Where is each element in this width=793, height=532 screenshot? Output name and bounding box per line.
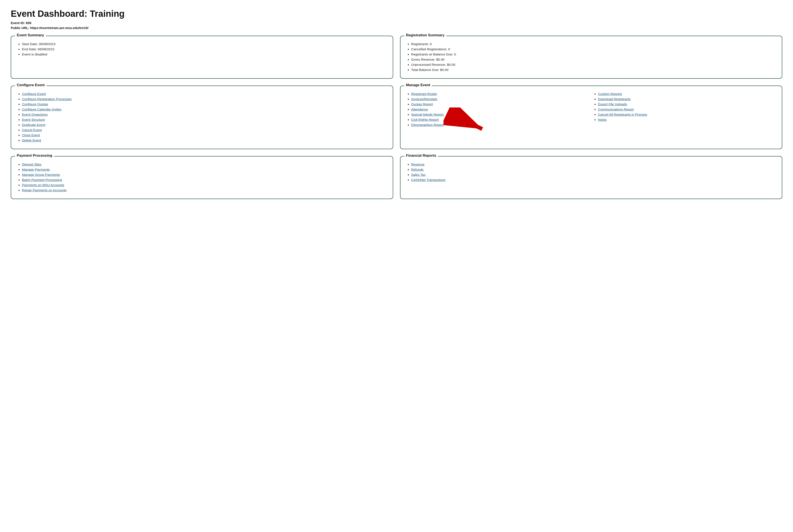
configure-event-link[interactable]: Duplicate Event [22,123,45,127]
list-item: Demographics Report [411,123,589,127]
payment-processing-link[interactable]: Batch Payment Processing [22,178,62,182]
payment-processing-link[interactable]: Repair Payments on Accounts [22,188,67,192]
list-item: Cancelled Registrations: 0 [411,47,776,51]
configure-event-link[interactable]: Configure Quotas [22,102,48,106]
configure-event-link[interactable]: Delete Event [22,138,41,142]
registration-summary-title: Registration Summary [404,33,446,37]
list-item: Revenue [411,163,776,166]
list-item: Configure Quotas [22,102,387,106]
registration-summary-card: Registration Summary Registrants: 0Cance… [400,36,782,79]
list-item: Registrant Roster [411,92,589,96]
configure-event-list: Configure EventConfigure Registration Pr… [17,92,387,142]
list-item: Special Needs Report [411,113,589,116]
configure-event-link[interactable]: Configure Event [22,92,46,96]
financial-reports-card: Financial Reports RevenueRefundsSales Ta… [400,156,782,199]
page-title: Event Dashboard: Training [11,8,782,19]
registration-summary-list: Registrants: 0Cancelled Registrations: 0… [406,42,776,72]
manage-event-link[interactable]: Attendance [411,108,428,111]
manage-event-link[interactable]: Registrant Roster [411,92,437,96]
list-item: Gross Revenue: $0.00 [411,58,776,61]
list-item: Civil Rights Report [411,118,589,122]
list-item: Configure Registration Processes [22,97,387,101]
list-item: Delete Event [22,138,387,142]
list-item: Manage Group Payments [22,173,387,177]
event-summary-card: Event Summary Start Date: 06/08/2015End … [11,36,393,79]
manage-event-link[interactable]: Custom Reports [598,92,622,96]
list-item: Registrants w/ Balance Due: 0 [411,53,776,56]
manage-event-card: Manage Event Registrant RosterInvoices/R… [400,86,782,149]
manage-event-link[interactable]: Civil Rights Report [411,118,439,121]
payment-processing-list: Deposit SlipsManage PaymentsManage Group… [17,163,387,192]
event-summary-list: Start Date: 06/08/2015End Date: 06/08/20… [17,42,387,56]
list-item: Close Event [22,133,387,137]
configure-event-link[interactable]: Close Event [22,133,40,137]
payment-processing-card: Payment Processing Deposit SlipsManage P… [11,156,393,199]
list-item: Unprocessed Revenue: $0.00 [411,63,776,66]
financial-reports-list: RevenueRefundsSales TaxCASHNet Transacti… [406,163,776,182]
list-item: Event Organizers [22,113,387,116]
list-item: Export File Uploads [598,102,776,106]
financial-reports-link[interactable]: Sales Tax [411,173,426,176]
configure-event-link[interactable]: Event Organizers [22,113,48,116]
list-item: Start Date: 06/08/2015 [22,42,387,46]
list-item: Attendance [411,108,589,111]
manage-event-list-col2: Custom ReportsDownload RegistrantsExport… [593,92,776,128]
financial-reports-link[interactable]: Revenue [411,163,425,166]
manage-event-link[interactable]: Communications Report [598,108,634,111]
list-item: Registrants: 0 [411,42,776,46]
list-item: CASHNet Transactions [411,178,776,182]
list-item: Event is disabled [22,53,387,56]
manage-event-title: Manage Event [404,83,432,87]
configure-event-title: Configure Event [15,83,47,87]
manage-event-link[interactable]: Invoices/Receipts [411,97,438,101]
manage-event-link[interactable]: Download Registrants [598,97,631,101]
manage-event-link[interactable]: Special Needs Report [411,113,444,116]
financial-reports-link[interactable]: Refunds [411,168,424,171]
list-item: Deposit Slips [22,163,387,166]
manage-event-link[interactable]: Notes [598,118,607,121]
configure-event-link[interactable]: Configure Calendar Invites [22,108,61,111]
configure-event-link[interactable]: Configure Registration Processes [22,97,72,101]
list-item: Manage Payments [22,168,387,172]
payment-processing-link[interactable]: Deposit Slips [22,163,41,166]
configure-event-link[interactable]: Cancel Event [22,128,42,132]
list-item: Invoices/Receipts [411,97,589,101]
manage-event-link[interactable]: Quotas Report [411,102,433,106]
manage-event-link[interactable]: Demographics Report [411,123,444,127]
list-item: Total Balance Due: $0.00 [411,68,776,72]
payment-processing-link[interactable]: Manage Group Payments [22,173,60,176]
list-item: Configure Calendar Invites [22,108,387,111]
financial-reports-link[interactable]: CASHNet Transactions [411,178,446,182]
list-item: Event Structure [22,118,387,122]
payment-processing-link[interactable]: Payments on MSU Accounts [22,183,64,187]
list-item: Notes [598,118,776,122]
financial-reports-title: Financial Reports [404,153,438,158]
list-item: Refunds [411,168,776,172]
manage-event-list-col1: Registrant RosterInvoices/ReceiptsQuotas… [406,92,589,128]
list-item: Repair Payments on Accounts [22,188,387,192]
list-item: Duplicate Event [22,123,387,127]
list-item: Sales Tax [411,173,776,177]
event-id: Event ID: 659 [11,21,782,25]
list-item: Cancel All Registrants in Process [598,113,776,116]
manage-event-link[interactable]: Export File Uploads [598,102,627,106]
payment-processing-title: Payment Processing [15,153,54,158]
list-item: Communications Report [598,108,776,111]
manage-event-link[interactable]: Cancel All Registrants in Process [598,113,647,116]
list-item: Quotas Report [411,102,589,106]
list-item: Download Registrants [598,97,776,101]
list-item: End Date: 06/08/2015 [22,47,387,51]
list-item: Custom Reports [598,92,776,96]
payment-processing-link[interactable]: Manage Payments [22,168,50,171]
public-url: Public URL: https://eventstrain.anr.msu.… [11,26,782,30]
configure-event-link[interactable]: Event Structure [22,118,45,121]
list-item: Payments on MSU Accounts [22,183,387,187]
list-item: Batch Payment Processing [22,178,387,182]
configure-event-card: Configure Event Configure EventConfigure… [11,86,393,149]
list-item: Cancel Event [22,128,387,132]
list-item: Configure Event [22,92,387,96]
event-summary-title: Event Summary [15,33,46,37]
